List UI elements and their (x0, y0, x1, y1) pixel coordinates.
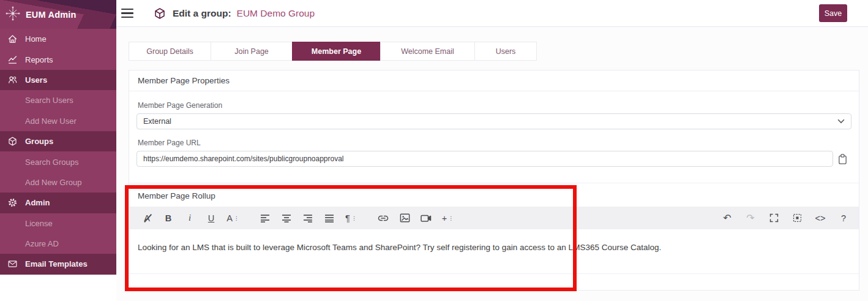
card-header: Member Page Properties (129, 70, 859, 91)
tab-join-page[interactable]: Join Page (211, 42, 293, 61)
copy-to-clipboard-button[interactable] (833, 151, 851, 167)
italic-icon[interactable]: i (183, 210, 196, 226)
align-right-icon[interactable] (301, 210, 315, 226)
help-icon[interactable]: ? (837, 210, 850, 226)
editor-footer (137, 274, 851, 290)
sidebar-item-label: Search Groups (25, 158, 78, 167)
card-body: Member Page Generation External Member P… (129, 91, 859, 290)
group-cube-icon (154, 7, 166, 20)
sidebar-item-email-templates[interactable]: Email Templates (0, 254, 116, 274)
insert-video-icon[interactable] (419, 210, 433, 226)
dropdown-dots-icon: ⋮ (448, 215, 453, 221)
undo-icon[interactable]: ↶ (720, 210, 734, 226)
sidebar-item-label: Search Users (25, 96, 73, 105)
select-all-icon[interactable] (790, 210, 804, 226)
sidebar-item-azure-ad[interactable]: Azure AD (0, 234, 116, 254)
tab-bar: Group Details Join Page Member Page Welc… (129, 42, 537, 61)
sidebar-item-search-groups[interactable]: Search Groups (0, 151, 116, 172)
page-title: Edit a group: (173, 8, 231, 19)
tab-welcome-email[interactable]: Welcome Email (380, 42, 475, 61)
sidebar-item-label: Azure AD (25, 239, 59, 248)
code-view-icon[interactable]: <> (814, 210, 827, 226)
redo-icon[interactable]: ↷ (744, 210, 757, 226)
dropdown-dots-icon: ⋮ (351, 215, 356, 221)
toolbar-right-group: ↶ ↷ <> ? (720, 210, 850, 226)
save-button[interactable]: Save (819, 4, 847, 22)
brand-title: EUM Admin (26, 10, 77, 20)
envelope-icon (7, 259, 18, 270)
underline-icon[interactable]: U (204, 210, 218, 226)
url-row (137, 151, 851, 167)
generation-value: External (143, 117, 171, 126)
tab-label: Join Page (234, 47, 269, 56)
brand-logo-icon (5, 6, 21, 24)
sidebar-item-reports[interactable]: Reports (0, 49, 116, 69)
users-icon (7, 74, 18, 85)
tab-member-page[interactable]: Member Page (292, 42, 381, 61)
sidebar-item-search-users[interactable]: Search Users (0, 90, 116, 110)
font-size-glyph: A (226, 213, 233, 223)
main-content: Group Details Join Page Member Page Welc… (116, 27, 868, 301)
sidebar-item-label: Add New Group (25, 178, 82, 187)
brand-header: EUM Admin (0, 0, 116, 29)
align-justify-icon[interactable] (323, 210, 336, 226)
tab-label: Member Page (312, 47, 361, 56)
bold-icon[interactable]: B (162, 210, 175, 226)
sidebar-item-label: Add New User (25, 116, 77, 126)
sidebar-item-users[interactable]: Users (0, 70, 116, 90)
dropdown-dots-icon: ⋮ (234, 215, 239, 221)
sidebar-item-license[interactable]: License (0, 213, 116, 234)
tab-users[interactable]: Users (474, 42, 537, 61)
generation-label: Member Page Generation (138, 101, 851, 110)
sidebar-item-add-new-group[interactable]: Add New Group (0, 172, 116, 192)
fullscreen-icon[interactable] (767, 210, 780, 226)
chevron-down-icon (837, 117, 845, 126)
sidebar-item-label: Home (25, 34, 47, 44)
cube-icon (7, 136, 18, 147)
clear-formatting-icon[interactable]: A (140, 210, 154, 226)
tab-label: Welcome Email (401, 47, 454, 56)
sidebar-item-label: License (25, 219, 53, 228)
align-center-icon[interactable] (280, 210, 293, 226)
font-size-icon[interactable]: A ⋮ (226, 210, 239, 226)
align-left-icon[interactable] (258, 210, 272, 226)
top-bar: Edit a group: EUM Demo Group (116, 0, 868, 27)
paragraph-format-icon[interactable]: ¶ ⋮ (344, 210, 357, 226)
sidebar-item-label: Email Templates (25, 259, 88, 269)
gear-icon (7, 197, 18, 208)
plus-glyph: + (442, 213, 447, 223)
sidebar-item-admin[interactable]: Admin (0, 192, 116, 213)
reports-icon (7, 54, 18, 65)
sidebar-item-home[interactable]: Home (0, 29, 116, 49)
sidebar-item-label: Admin (25, 198, 50, 207)
clear-formatting-glyph: A (144, 213, 150, 223)
url-input[interactable] (137, 151, 833, 167)
group-name: EUM Demo Group (237, 8, 315, 19)
rollup-label: Member Page Rollup (137, 183, 851, 207)
tab-group-details[interactable]: Group Details (129, 42, 211, 61)
editor-toolbar: A B i U A ⋮ (129, 207, 859, 229)
section-title: Member Page Properties (138, 76, 230, 85)
url-label: Member Page URL (138, 139, 851, 147)
sidebar-item-groups[interactable]: Groups (0, 131, 116, 151)
sidebar: EUM Admin Home Reports Users Search User… (0, 0, 116, 275)
insert-link-icon[interactable] (376, 210, 390, 226)
insert-more-icon[interactable]: + ⋮ (441, 210, 454, 226)
sidebar-item-label: Reports (25, 55, 53, 64)
sidebar-item-label: Users (25, 75, 47, 85)
member-page-card: Member Page Properties Member Page Gener… (129, 70, 859, 291)
paragraph-glyph: ¶ (345, 213, 350, 223)
home-icon (7, 34, 18, 45)
menu-toggle-icon[interactable] (121, 9, 133, 18)
insert-image-icon[interactable] (398, 210, 411, 226)
tab-label: Users (496, 47, 516, 56)
sidebar-item-add-new-user[interactable]: Add New User (0, 111, 116, 131)
editor-content[interactable]: Looking for an LMS that is built to leve… (137, 229, 851, 273)
generation-select[interactable]: External (137, 113, 851, 129)
sidebar-item-label: Groups (25, 137, 53, 146)
tab-label: Group Details (146, 47, 193, 56)
